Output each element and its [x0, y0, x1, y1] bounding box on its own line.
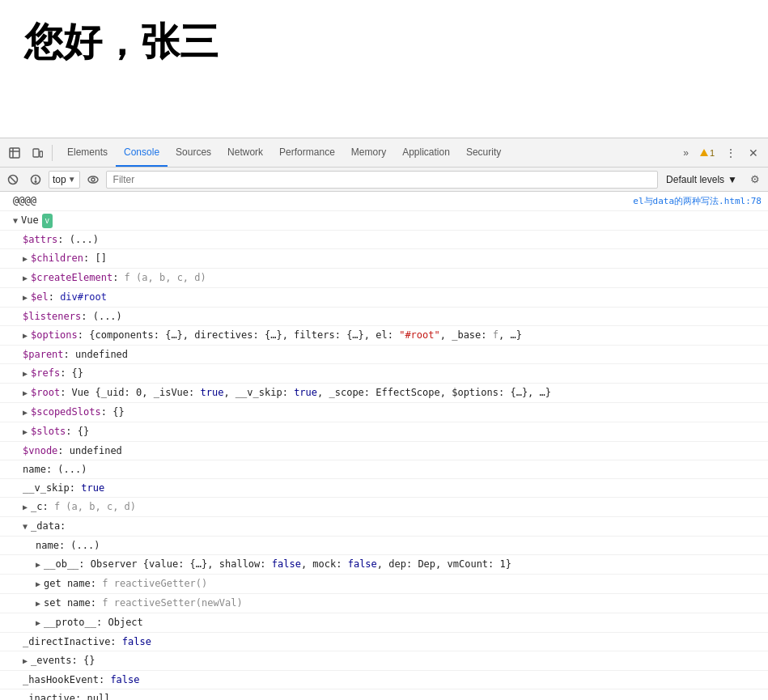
- tab-performance[interactable]: Performance: [271, 138, 343, 167]
- console-line-events: _events: {}: [0, 651, 768, 671]
- toolbar-divider: [52, 145, 53, 161]
- default-levels-arrow-icon: ▼: [728, 174, 737, 185]
- toggle-console-sidebar-button[interactable]: [83, 170, 103, 189]
- tab-memory[interactable]: Memory: [343, 138, 394, 167]
- devtools-tabs: Elements Console Sources Network Perform…: [56, 138, 509, 167]
- console-line-directinactive: _directInactive: false: [0, 633, 768, 651]
- pause-exceptions-button[interactable]: [26, 170, 45, 189]
- proto-data-expand-arrow[interactable]: [36, 616, 44, 630]
- console-line-proto-data: __proto__: Object: [0, 613, 768, 633]
- console-line-scopedslots: $scopedSlots: {}: [0, 403, 768, 422]
- console-line-root: $root: Vue {_uid: 0, _isVue: true, __v_s…: [0, 384, 768, 403]
- console-line-set-name: set name: f reactiveSetter(newVal): [0, 594, 768, 613]
- vue-expand-arrow[interactable]: [13, 214, 21, 228]
- devtools-tabbar: Elements Console Sources Network Perform…: [0, 138, 768, 168]
- console-line-vnode: $vnode: undefined: [0, 442, 768, 460]
- options-expand-arrow[interactable]: [23, 329, 31, 343]
- warning-triangle-icon: [700, 149, 708, 156]
- context-selector-arrow-icon: ▼: [68, 175, 76, 184]
- page-title: 您好，张三: [24, 16, 219, 68]
- svg-line-6: [11, 176, 16, 182]
- console-line-name-data: name: (...): [0, 537, 768, 555]
- tab-console[interactable]: Console: [116, 138, 168, 167]
- file-link-el[interactable]: el与data的两种写法.html:78: [617, 194, 762, 209]
- toolbar-end: » 1 ⋮ ✕: [677, 142, 765, 164]
- default-levels-button[interactable]: Default levels ▼: [661, 172, 742, 187]
- slots-expand-arrow[interactable]: [23, 425, 31, 439]
- console-line-name-call: name: (...): [0, 460, 768, 479]
- set-name-expand-arrow[interactable]: [36, 596, 44, 611]
- tab-sources[interactable]: Sources: [168, 138, 219, 167]
- page-content: 您好，张三: [0, 0, 768, 138]
- console-line-parent: $parent: undefined: [0, 346, 768, 364]
- console-output[interactable]: @@@@ el与data的两种写法.html:78 Vue v $attrs: …: [0, 192, 768, 700]
- get-name-expand-arrow[interactable]: [36, 577, 44, 592]
- tab-network[interactable]: Network: [219, 138, 271, 167]
- children-expand-arrow[interactable]: [23, 252, 31, 266]
- console-line-c: _c: f (a, b, c, d): [0, 498, 768, 517]
- console-line-slots: $slots: {}: [0, 422, 768, 442]
- console-line-vue: Vue v: [0, 211, 768, 231]
- data-expand-arrow[interactable]: [23, 520, 31, 534]
- filter-input[interactable]: [106, 171, 658, 189]
- console-line-refs: $refs: {}: [0, 364, 768, 384]
- c-expand-arrow[interactable]: [23, 500, 31, 515]
- console-line-data: _data:: [0, 517, 768, 537]
- el-expand-arrow[interactable]: [23, 291, 31, 305]
- console-line-attrs: $attrs: (...): [0, 231, 768, 249]
- svg-rect-0: [10, 148, 19, 158]
- console-toolbar: top ▼ Default levels ▼ ⚙: [0, 168, 768, 192]
- scopedslots-expand-arrow[interactable]: [23, 405, 31, 420]
- clear-console-button[interactable]: [3, 170, 23, 189]
- tab-security[interactable]: Security: [458, 138, 509, 167]
- devtools-panel: Elements Console Sources Network Perform…: [0, 138, 768, 700]
- console-line-children: $children: []: [0, 249, 768, 269]
- console-line-hashookevent: _hasHookEvent: false: [0, 671, 768, 689]
- tab-application[interactable]: Application: [394, 138, 458, 167]
- events-expand-arrow[interactable]: [23, 654, 31, 668]
- svg-point-10: [88, 176, 98, 183]
- warning-badge[interactable]: 1: [695, 146, 719, 159]
- svg-point-9: [35, 180, 36, 182]
- svg-rect-4: [40, 151, 43, 157]
- console-line-get-name: get name: f reactiveGetter(): [0, 575, 768, 594]
- svg-point-11: [91, 178, 95, 181]
- console-line-createelement: $createElement: f (a, b, c, d): [0, 269, 768, 288]
- svg-rect-3: [33, 149, 39, 157]
- vue-version-badge: v: [42, 214, 53, 228]
- more-options-button[interactable]: ⋮: [719, 142, 742, 164]
- console-line-inactive: _inactive: null: [0, 689, 768, 700]
- settings-button[interactable]: ⚙: [745, 170, 765, 189]
- device-toggle-button[interactable]: [26, 142, 49, 164]
- close-devtools-button[interactable]: ✕: [742, 142, 765, 164]
- context-selector[interactable]: top ▼: [49, 171, 80, 189]
- root-expand-arrow[interactable]: [23, 386, 31, 401]
- console-line-ob: __ob__: Observer {value: {…}, shallow: f…: [0, 555, 768, 575]
- refs-expand-arrow[interactable]: [23, 367, 31, 381]
- ob-expand-arrow[interactable]: [36, 558, 44, 572]
- more-tabs-button[interactable]: »: [677, 142, 695, 163]
- createelement-expand-arrow[interactable]: [23, 271, 31, 286]
- console-line-at: @@@@ el与data的两种写法.html:78: [0, 192, 768, 211]
- inspect-element-button[interactable]: [3, 142, 26, 164]
- tab-elements[interactable]: Elements: [59, 138, 116, 167]
- console-line-v-skip: __v_skip: true: [0, 479, 768, 498]
- console-line-listeners: $listeners: (...): [0, 308, 768, 326]
- console-line-options: $options: {components: {…}, directives: …: [0, 326, 768, 346]
- console-line-el: $el: div#root: [0, 288, 768, 308]
